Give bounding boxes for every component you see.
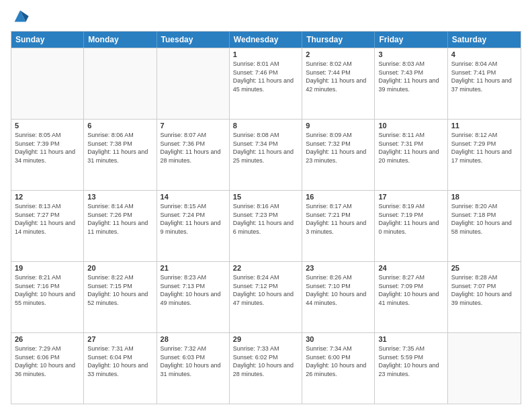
cell-info: Sunrise: 8:15 AM Sunset: 7:24 PM Dayligh… [161,202,226,236]
cell-info: Sunrise: 7:31 AM Sunset: 6:04 PM Dayligh… [87,345,152,378]
cell-info: Sunrise: 8:08 AM Sunset: 7:34 PM Dayligh… [233,131,298,165]
cell-date: 10 [378,122,443,130]
calendar-day-cell: 6Sunrise: 8:06 AM Sunset: 7:38 PM Daylig… [84,120,157,190]
calendar-day-cell: 24Sunrise: 8:27 AM Sunset: 7:09 PM Dayli… [375,262,447,332]
cell-date: 27 [87,335,152,343]
calendar-body: 1Sunrise: 8:01 AM Sunset: 7:46 PM Daylig… [11,48,521,404]
calendar-day-cell: 16Sunrise: 8:17 AM Sunset: 7:21 PM Dayli… [302,191,375,261]
cell-date: 4 [451,50,517,58]
cell-info: Sunrise: 8:06 AM Sunset: 7:38 PM Dayligh… [87,131,152,165]
cell-info: Sunrise: 8:11 AM Sunset: 7:31 PM Dayligh… [378,131,443,165]
calendar-header-friday: Friday [375,32,447,48]
calendar-day-cell: 27Sunrise: 7:31 AM Sunset: 6:04 PM Dayli… [84,333,157,404]
calendar-week-0: 1Sunrise: 8:01 AM Sunset: 7:46 PM Daylig… [11,48,521,119]
calendar-day-cell: 15Sunrise: 8:16 AM Sunset: 7:23 PM Dayli… [230,191,302,261]
cell-info: Sunrise: 8:22 AM Sunset: 7:15 PM Dayligh… [87,273,152,307]
cell-info: Sunrise: 8:24 AM Sunset: 7:12 PM Dayligh… [233,273,298,307]
calendar-day-cell: 22Sunrise: 8:24 AM Sunset: 7:12 PM Dayli… [230,262,302,332]
cell-info: Sunrise: 8:01 AM Sunset: 7:46 PM Dayligh… [233,60,298,93]
calendar-day-cell: 20Sunrise: 8:22 AM Sunset: 7:15 PM Dayli… [84,262,157,332]
cell-date: 25 [451,264,517,272]
calendar-day-cell: 9Sunrise: 8:09 AM Sunset: 7:32 PM Daylig… [302,120,375,190]
calendar-day-cell: 29Sunrise: 7:33 AM Sunset: 6:02 PM Dayli… [230,333,302,404]
calendar-day-cell: 21Sunrise: 8:23 AM Sunset: 7:13 PM Dayli… [157,262,230,332]
cell-info: Sunrise: 7:35 AM Sunset: 5:59 PM Dayligh… [378,345,443,378]
calendar-day-cell: 30Sunrise: 7:34 AM Sunset: 6:00 PM Dayli… [302,333,375,404]
calendar-header-thursday: Thursday [302,32,375,48]
cell-info: Sunrise: 8:07 AM Sunset: 7:36 PM Dayligh… [161,131,226,165]
calendar-day-cell: 11Sunrise: 8:12 AM Sunset: 7:29 PM Dayli… [448,120,521,190]
cell-date: 29 [233,335,298,343]
calendar-day-cell: 2Sunrise: 8:02 AM Sunset: 7:44 PM Daylig… [302,48,375,119]
calendar-day-cell [448,333,521,404]
cell-date: 5 [15,122,80,130]
calendar-header-sunday: Sunday [11,32,84,48]
calendar-header-saturday: Saturday [448,32,521,48]
cell-date: 2 [306,50,371,58]
calendar-day-cell: 23Sunrise: 8:26 AM Sunset: 7:10 PM Dayli… [302,262,375,332]
cell-info: Sunrise: 8:09 AM Sunset: 7:32 PM Dayligh… [306,131,371,165]
cell-date: 22 [233,264,298,272]
cell-date: 18 [451,193,517,201]
calendar-day-cell: 8Sunrise: 8:08 AM Sunset: 7:34 PM Daylig… [230,120,302,190]
cell-date: 3 [378,50,443,58]
cell-date: 17 [378,193,443,201]
calendar-day-cell: 25Sunrise: 8:28 AM Sunset: 7:07 PM Dayli… [448,262,521,332]
cell-info: Sunrise: 8:14 AM Sunset: 7:26 PM Dayligh… [87,202,152,236]
cell-info: Sunrise: 8:04 AM Sunset: 7:41 PM Dayligh… [451,60,517,93]
cell-date: 12 [15,193,80,201]
cell-date: 30 [306,335,371,343]
cell-info: Sunrise: 7:34 AM Sunset: 6:00 PM Dayligh… [306,345,371,378]
cell-info: Sunrise: 7:32 AM Sunset: 6:03 PM Dayligh… [161,345,226,378]
cell-date: 19 [15,264,80,272]
calendar-week-3: 19Sunrise: 8:21 AM Sunset: 7:16 PM Dayli… [11,261,521,332]
cell-date: 6 [87,122,152,130]
cell-info: Sunrise: 8:23 AM Sunset: 7:13 PM Dayligh… [161,273,226,307]
cell-date: 11 [451,122,517,130]
calendar: SundayMondayTuesdayWednesdayThursdayFrid… [11,31,521,404]
calendar-day-cell: 17Sunrise: 8:19 AM Sunset: 7:19 PM Dayli… [375,191,447,261]
calendar-day-cell: 10Sunrise: 8:11 AM Sunset: 7:31 PM Dayli… [375,120,447,190]
cell-date: 13 [87,193,152,201]
calendar-header-tuesday: Tuesday [157,32,230,48]
cell-info: Sunrise: 8:05 AM Sunset: 7:39 PM Dayligh… [15,131,80,165]
cell-date: 1 [233,50,298,58]
cell-info: Sunrise: 8:20 AM Sunset: 7:18 PM Dayligh… [451,202,517,236]
cell-info: Sunrise: 8:13 AM Sunset: 7:27 PM Dayligh… [15,202,80,236]
calendar-day-cell [84,48,157,119]
calendar-day-cell: 5Sunrise: 8:05 AM Sunset: 7:39 PM Daylig… [11,120,84,190]
cell-date: 20 [87,264,152,272]
calendar-week-1: 5Sunrise: 8:05 AM Sunset: 7:39 PM Daylig… [11,119,521,190]
calendar-day-cell: 13Sunrise: 8:14 AM Sunset: 7:26 PM Dayli… [84,191,157,261]
cell-date: 14 [161,193,226,201]
cell-info: Sunrise: 8:02 AM Sunset: 7:44 PM Dayligh… [306,60,371,93]
cell-info: Sunrise: 8:17 AM Sunset: 7:21 PM Dayligh… [306,202,371,236]
calendar-day-cell: 7Sunrise: 8:07 AM Sunset: 7:36 PM Daylig… [157,120,230,190]
cell-date: 7 [161,122,226,130]
calendar-day-cell: 31Sunrise: 7:35 AM Sunset: 5:59 PM Dayli… [375,333,447,404]
calendar-day-cell: 4Sunrise: 8:04 AM Sunset: 7:41 PM Daylig… [448,48,521,119]
cell-info: Sunrise: 8:28 AM Sunset: 7:07 PM Dayligh… [451,273,517,307]
calendar-day-cell: 18Sunrise: 8:20 AM Sunset: 7:18 PM Dayli… [448,191,521,261]
cell-date: 24 [378,264,443,272]
cell-info: Sunrise: 8:26 AM Sunset: 7:10 PM Dayligh… [306,273,371,307]
calendar-header: SundayMondayTuesdayWednesdayThursdayFrid… [11,32,521,48]
cell-info: Sunrise: 8:19 AM Sunset: 7:19 PM Dayligh… [378,202,443,236]
calendar-day-cell: 26Sunrise: 7:29 AM Sunset: 6:06 PM Dayli… [11,333,84,404]
cell-date: 23 [306,264,371,272]
cell-date: 15 [233,193,298,201]
cell-info: Sunrise: 8:12 AM Sunset: 7:29 PM Dayligh… [451,131,517,165]
calendar-day-cell: 28Sunrise: 7:32 AM Sunset: 6:03 PM Dayli… [157,333,230,404]
cell-info: Sunrise: 7:33 AM Sunset: 6:02 PM Dayligh… [233,345,298,378]
cell-date: 28 [161,335,226,343]
cell-info: Sunrise: 8:03 AM Sunset: 7:43 PM Dayligh… [378,60,443,93]
cell-date: 31 [378,335,443,343]
cell-date: 16 [306,193,371,201]
cell-date: 8 [233,122,298,130]
cell-info: Sunrise: 8:21 AM Sunset: 7:16 PM Dayligh… [15,273,80,307]
cell-date: 21 [161,264,226,272]
cell-date: 26 [15,335,80,343]
cell-info: Sunrise: 8:16 AM Sunset: 7:23 PM Dayligh… [233,202,298,236]
calendar-day-cell [157,48,230,119]
cell-info: Sunrise: 7:29 AM Sunset: 6:06 PM Dayligh… [15,345,80,378]
